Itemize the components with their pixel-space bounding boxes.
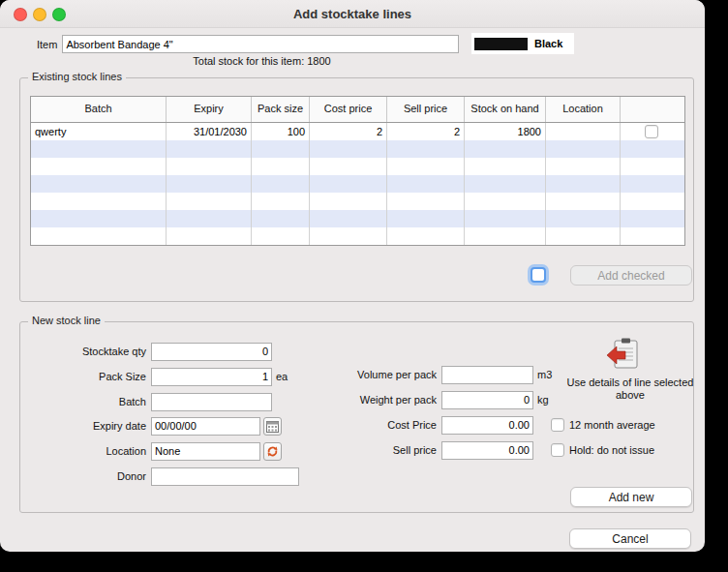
sync-icon — [266, 445, 279, 458]
location-label: Location — [30, 445, 146, 457]
table-row[interactable] — [31, 175, 684, 193]
twelve-month-average-label: 12 month average — [569, 419, 655, 431]
donor-field: Donor — [30, 467, 299, 486]
col-expiry: Expiry — [167, 97, 252, 122]
sell-price-label: Sell price — [340, 444, 437, 456]
item-field: Item — [37, 35, 459, 53]
expiry-date-picker-button[interactable] — [263, 417, 282, 436]
col-batch: Batch — [31, 97, 167, 122]
volume-per-pack-input[interactable] — [441, 366, 533, 384]
table-row[interactable] — [31, 210, 684, 227]
new-group-label: New stock line — [28, 315, 105, 326]
location-field: Location — [30, 441, 282, 461]
donor-input[interactable] — [151, 467, 299, 486]
table-row[interactable] — [31, 227, 684, 245]
col-check — [621, 97, 682, 122]
table-row[interactable] — [31, 140, 684, 158]
cell-batch: qwerty — [31, 123, 167, 140]
cost-price-field: Cost Price — [340, 415, 533, 435]
table-row[interactable] — [31, 158, 684, 175]
col-location: Location — [546, 97, 621, 122]
location-refresh-button[interactable] — [263, 442, 282, 461]
existing-stock-lines-group: Existing stock lines Batch Expiry Pack s… — [19, 77, 694, 302]
pack-size-label: Pack Size — [30, 371, 146, 382]
batch-label: Batch — [30, 396, 146, 407]
color-name-label: Black — [534, 38, 562, 49]
stock-lines-table: Batch Expiry Pack size Cost price Sell p… — [30, 96, 685, 246]
twelve-month-average-checkbox[interactable] — [551, 418, 564, 432]
batch-field: Batch — [30, 392, 272, 411]
weight-per-pack-input[interactable] — [441, 391, 533, 409]
check-all-toggle[interactable] — [531, 267, 546, 283]
col-pack-size: Pack size — [252, 97, 310, 122]
item-input[interactable] — [62, 35, 459, 53]
stocktake-qty-label: Stocktake qty — [30, 346, 146, 357]
donor-label: Donor — [30, 470, 146, 482]
col-stock-on-hand: Stock on hand — [465, 97, 546, 122]
add-checked-button[interactable]: Add checked — [570, 265, 692, 286]
hold-checkbox[interactable] — [551, 443, 564, 457]
new-stock-line-group: New stock line Stocktake qty Pack Size e… — [19, 321, 694, 513]
volume-per-pack-label: Volume per pack — [340, 369, 437, 380]
cell-sell-price: 2 — [387, 123, 465, 140]
item-label: Item — [37, 39, 57, 50]
expiry-date-label: Expiry date — [30, 420, 146, 432]
weight-per-pack-field: Weight per pack kg — [340, 390, 549, 409]
add-new-button[interactable]: Add new — [570, 487, 692, 507]
volume-unit: m3 — [537, 369, 552, 380]
desktop-background: Add stocktake lines Item Black Total sto… — [0, 0, 728, 572]
cell-cost-price: 2 — [310, 123, 387, 140]
pack-size-unit: ea — [276, 371, 288, 382]
table-row[interactable] — [31, 193, 684, 210]
row-checkbox[interactable] — [645, 125, 658, 138]
cell-expiry: 31/01/2030 — [167, 123, 252, 140]
use-details-text: Use details of line selected above — [555, 376, 705, 402]
twelve-month-average-option: 12 month average — [551, 415, 655, 435]
cost-price-input[interactable] — [441, 416, 533, 435]
window-title: Add stocktake lines — [0, 7, 705, 21]
hold-label: Hold: do not issue — [569, 444, 654, 456]
add-stocktake-lines-dialog: Add stocktake lines Item Black Total sto… — [0, 0, 705, 552]
titlebar: Add stocktake lines — [0, 0, 705, 28]
sell-price-field: Sell price — [340, 440, 533, 460]
use-details-button[interactable] — [603, 336, 642, 373]
stocktake-qty-field: Stocktake qty — [30, 342, 272, 361]
pack-size-input[interactable] — [151, 368, 272, 386]
cancel-button[interactable]: Cancel — [569, 528, 691, 549]
stocktake-qty-input[interactable] — [151, 343, 272, 361]
col-cost-price: Cost price — [310, 97, 387, 122]
cost-price-label: Cost Price — [340, 419, 437, 431]
col-sell-price: Sell price — [387, 97, 465, 122]
clipboard-arrow-icon — [605, 337, 640, 370]
table-row[interactable]: qwerty 31/01/2030 100 2 2 1800 — [31, 123, 684, 140]
expiry-date-field: Expiry date — [30, 416, 282, 436]
weight-per-pack-label: Weight per pack — [340, 394, 437, 406]
cell-location — [546, 123, 621, 140]
total-stock-text: Total stock for this item: 1800 — [62, 55, 462, 67]
volume-per-pack-field: Volume per pack m3 — [340, 365, 552, 384]
location-input[interactable] — [151, 442, 260, 461]
cell-pack-size: 100 — [252, 123, 310, 140]
hold-option: Hold: do not issue — [551, 440, 654, 460]
batch-input[interactable] — [151, 393, 272, 411]
pack-size-field: Pack Size ea — [30, 367, 288, 386]
cell-stock-on-hand: 1800 — [465, 123, 546, 140]
calendar-icon — [266, 420, 279, 433]
item-color-panel: Black — [471, 33, 574, 54]
table-header: Batch Expiry Pack size Cost price Sell p… — [31, 97, 684, 123]
expiry-date-input[interactable] — [151, 417, 260, 436]
sell-price-input[interactable] — [441, 441, 533, 460]
color-swatch[interactable] — [474, 38, 528, 50]
existing-group-label: Existing stock lines — [28, 71, 126, 82]
weight-unit: kg — [537, 394, 549, 406]
